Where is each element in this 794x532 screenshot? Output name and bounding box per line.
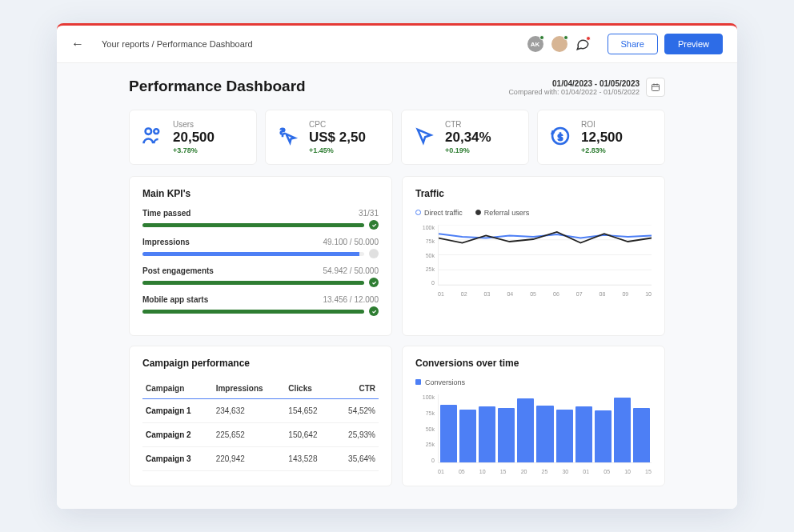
kpi-row-label: Post engagements <box>142 266 214 275</box>
legend-dot-black <box>475 210 481 215</box>
status-dot-online <box>563 35 568 40</box>
bar <box>498 408 515 462</box>
card-title: Conversions over time <box>415 358 652 369</box>
legend-dot-blue <box>415 210 421 215</box>
progress-bar <box>142 281 364 285</box>
conversions-card: Conversions over time Conversions 100k75… <box>402 346 665 486</box>
main-kpi-row: Impressions49.100 / 50.000 <box>142 238 379 258</box>
topbar: ← Your reports / Performance Dashboard A… <box>57 26 737 63</box>
table-header[interactable]: Impressions <box>213 378 286 399</box>
kpi-card-dollar-cursor[interactable]: CPC US$ 2,50 +1.45% <box>265 110 393 165</box>
card-title: Campaign performance <box>142 358 379 369</box>
calendar-button[interactable] <box>646 78 665 97</box>
bar <box>633 408 650 462</box>
pending-icon <box>369 249 379 258</box>
svg-point-1 <box>146 128 151 134</box>
kpi-row-label: Mobile app starts <box>142 295 208 304</box>
progress-bar <box>142 310 364 314</box>
kpi-change: +1.45% <box>309 146 366 154</box>
dollar-cursor-icon <box>277 125 299 150</box>
kpi-card-dollar-circle[interactable]: ROI 12,500 +2.83% <box>537 110 665 165</box>
date-range: 01/04/2023 - 01/05/2023 <box>508 79 640 88</box>
conversions-chart: 100k75k50k25k0 0105101520253001051015 <box>415 394 652 474</box>
kpi-change: +2.83% <box>581 146 623 154</box>
main-kpi-row: Post engagements54.942 / 50.000 <box>142 266 379 287</box>
calendar-icon <box>651 82 660 92</box>
page-title: Performance Dashboard <box>129 78 306 95</box>
kpi-card-cursor[interactable]: CTR 20,34% +0.19% <box>401 110 529 165</box>
kpi-row-value: 13.456 / 12.000 <box>323 295 379 304</box>
kpi-row-value: 49.100 / 50.000 <box>323 238 379 246</box>
avatar-user2[interactable] <box>551 36 567 52</box>
avatar-ak[interactable]: AK <box>527 36 543 52</box>
kpi-row-label: Impressions <box>142 238 190 246</box>
table-row[interactable]: Campaign 1234,632154,65254,52% <box>142 399 379 423</box>
table-row[interactable]: Campaign 2225,652150,64225,93% <box>142 423 379 447</box>
kpi-value: 12,500 <box>581 130 623 146</box>
kpi-row-value: 54.942 / 50.000 <box>323 266 379 275</box>
campaign-card: Campaign performance CampaignImpressions… <box>129 346 392 486</box>
bar <box>459 410 476 462</box>
traffic-card: Traffic Direct traffic Referral users 10… <box>402 176 665 336</box>
compared-with: Compared with: 01/04/2022 - 01/05/2022 <box>508 88 640 96</box>
kpi-row: Users 20,500 +3.78% CPC US$ 2,50 +1.45% … <box>129 110 665 165</box>
bar <box>479 406 495 462</box>
table-header[interactable]: CTR <box>333 378 379 399</box>
check-icon <box>369 278 379 287</box>
kpi-label: CPC <box>309 120 366 129</box>
bar <box>614 398 631 462</box>
progress-bar <box>142 252 359 256</box>
kpi-value: 20,500 <box>173 130 215 146</box>
notification-dot <box>586 36 591 41</box>
bar <box>575 406 592 462</box>
preview-button[interactable]: Preview <box>664 34 723 54</box>
bar <box>517 398 534 462</box>
kpi-change: +0.19% <box>445 146 491 154</box>
bar <box>440 405 457 462</box>
card-title: Traffic <box>415 188 652 199</box>
avatars: AK <box>527 36 590 52</box>
campaign-table: CampaignImpressionsClicksCTR Campaign 12… <box>142 378 379 471</box>
kpi-label: ROI <box>581 120 623 129</box>
kpi-value: US$ 2,50 <box>309 130 366 146</box>
table-header[interactable]: Campaign <box>142 378 213 399</box>
check-icon <box>369 306 379 316</box>
kpi-card-users[interactable]: Users 20,500 +3.78% <box>129 110 257 165</box>
bar <box>556 410 573 462</box>
legend-square-blue <box>415 379 421 385</box>
bar <box>536 406 553 462</box>
card-title: Main KPI's <box>142 188 379 199</box>
cursor-icon <box>413 125 435 150</box>
table-header[interactable]: Clicks <box>285 378 333 399</box>
traffic-legend: Direct traffic Referral users <box>415 209 652 217</box>
breadcrumb[interactable]: Your reports / Performance Dashboard <box>102 39 527 49</box>
share-button[interactable]: Share <box>608 34 658 54</box>
progress-bar <box>142 223 364 227</box>
kpi-value: 20,34% <box>445 130 491 146</box>
users-icon <box>141 125 163 150</box>
dollar-circle-icon <box>549 125 571 150</box>
kpi-row-label: Time passed <box>142 209 190 218</box>
kpi-label: Users <box>173 120 215 129</box>
kpi-label: CTR <box>445 120 491 129</box>
main-kpi-row: Mobile app starts13.456 / 12.000 <box>142 295 379 316</box>
table-row[interactable]: Campaign 3220,942143,52835,64% <box>142 447 379 471</box>
main-kpi-row: Time passed31/31 <box>142 209 379 230</box>
svg-rect-0 <box>652 85 660 91</box>
bar <box>595 410 612 462</box>
kpi-change: +3.78% <box>173 146 215 154</box>
svg-point-2 <box>154 129 158 134</box>
main-kpis-card: Main KPI's Time passed31/31 Impressions4… <box>129 176 392 336</box>
messages-icon[interactable] <box>575 37 590 51</box>
conversions-legend: Conversions <box>415 378 652 386</box>
traffic-chart: 100k75k50k25k0 01020304050607080910 <box>415 225 652 297</box>
status-dot-online <box>539 35 544 40</box>
kpi-row-value: 31/31 <box>359 209 379 218</box>
back-button[interactable]: ← <box>71 37 84 51</box>
check-icon <box>369 220 379 230</box>
